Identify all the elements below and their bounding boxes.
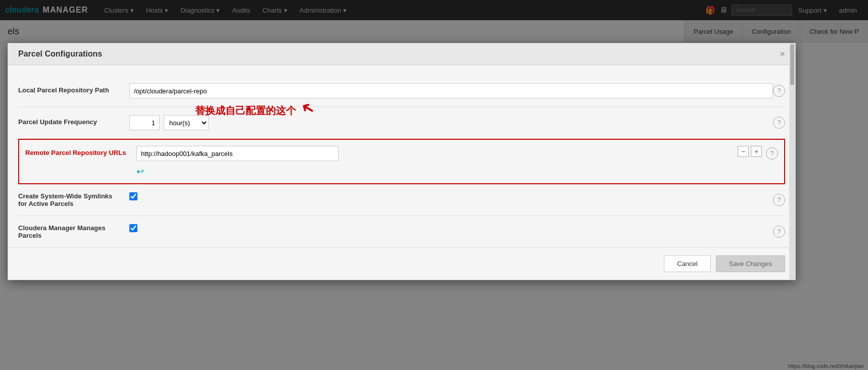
modal-title: Parcel Configurations	[18, 49, 102, 59]
remote-urls-section: 替换成自己配置的这个 ➜ Remote Parcel Repository UR…	[18, 139, 785, 184]
local-repo-path-control	[129, 83, 773, 98]
local-repo-path-row: Local Parcel Repository Path ?	[18, 75, 785, 107]
remote-urls-row: Remote Parcel Repository URLs ↩ −	[18, 139, 785, 184]
local-repo-path-label: Local Parcel Repository Path	[18, 83, 129, 94]
modal-scrollbar[interactable]	[789, 43, 795, 280]
remote-url-entry	[136, 146, 738, 161]
cm-manages-checkbox[interactable]	[129, 224, 137, 232]
parcel-configurations-modal: Parcel Configurations × Local Parcel Rep…	[8, 43, 796, 280]
parcel-update-freq-select[interactable]: hour(s) minute(s) day(s)	[164, 115, 209, 130]
remote-url-input[interactable]	[136, 146, 339, 161]
remote-urls-help-icon[interactable]: ?	[766, 147, 778, 160]
page-wrapper: cloudera MANAGER Clusters ▾ Hosts ▾ Diag…	[0, 0, 868, 370]
remote-urls-label: Remote Parcel Repository URLs	[25, 146, 136, 156]
modal-body: Local Parcel Repository Path ? Parcel Up…	[8, 65, 795, 247]
symlinks-row: Create System-Wide Symlinks for Active P…	[18, 184, 785, 216]
remote-url-reset: ↩	[136, 164, 738, 177]
symlinks-label: Create System-Wide Symlinks for Active P…	[18, 192, 129, 207]
local-repo-path-help-icon[interactable]: ?	[773, 85, 785, 97]
url-reset-icon[interactable]: ↩	[136, 166, 144, 177]
cm-manages-label: Cloudera Manager Manages Parcels	[18, 224, 129, 239]
parcel-update-freq-row: Parcel Update Frequency hour(s) minute(s…	[18, 107, 785, 139]
cancel-button[interactable]: Cancel	[664, 255, 710, 272]
symlinks-control	[129, 192, 773, 200]
cm-manages-row: Cloudera Manager Manages Parcels ?	[18, 216, 785, 247]
remote-urls-control: ↩	[136, 146, 738, 177]
url-plus-button[interactable]: +	[751, 146, 762, 157]
modal-header: Parcel Configurations ×	[8, 43, 795, 65]
url-minus-button[interactable]: −	[738, 146, 749, 157]
local-repo-path-input[interactable]	[129, 83, 773, 98]
cm-manages-control	[129, 224, 773, 232]
parcel-update-freq-label: Parcel Update Frequency	[18, 115, 129, 126]
symlinks-help-icon[interactable]: ?	[773, 194, 785, 206]
symlinks-checkbox[interactable]	[129, 192, 137, 200]
save-changes-button[interactable]: Save Changes	[716, 255, 785, 272]
modal-wrapper: Parcel Configurations × Local Parcel Rep…	[8, 43, 860, 280]
modal-footer: Cancel Save Changes	[8, 247, 795, 280]
parcel-update-freq-control: hour(s) minute(s) day(s)	[129, 115, 773, 130]
modal-close-button[interactable]: ×	[780, 49, 785, 59]
scrollbar-thumb	[790, 44, 794, 85]
parcel-update-freq-input[interactable]	[129, 115, 160, 130]
url-side-buttons: − +	[738, 146, 766, 157]
parcel-update-freq-help-icon[interactable]: ?	[773, 117, 785, 129]
cm-manages-help-icon[interactable]: ?	[773, 226, 785, 238]
